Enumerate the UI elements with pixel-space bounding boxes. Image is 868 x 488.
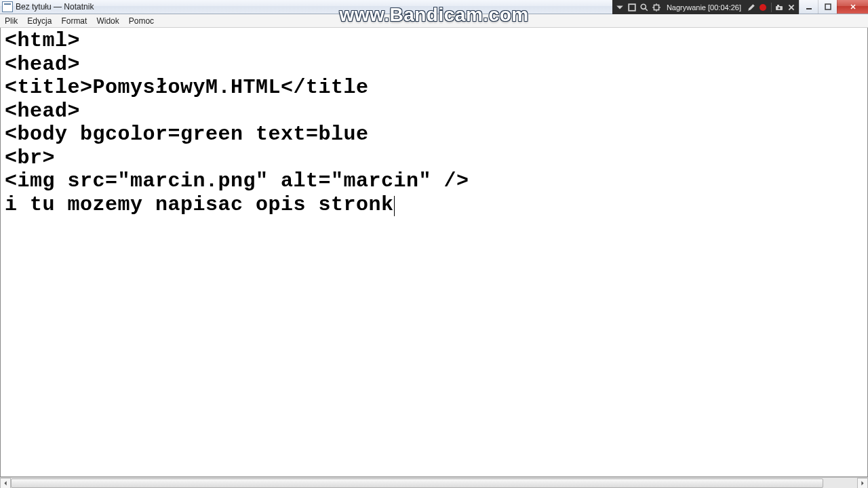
menu-pomoc[interactable]: Pomoc <box>124 14 159 27</box>
text-editor[interactable]: <html> <head> <title>PomysłowyM.HTML</ti… <box>1 28 867 476</box>
bandicam-search-icon[interactable] <box>638 0 650 14</box>
titlebar: Bez tytułu — Notatnik Nagrywanie [00:04:… <box>0 0 868 14</box>
scroll-left-button[interactable] <box>0 478 11 489</box>
bandicam-pencil-icon[interactable] <box>745 0 757 14</box>
scroll-track[interactable] <box>11 478 857 489</box>
bandicam-target-icon[interactable] <box>650 0 663 14</box>
editor-area: <html> <head> <title>PomysłowyM.HTML</ti… <box>0 28 868 477</box>
bandicam-toolbar: Nagrywanie [00:04:26] <box>612 0 799 14</box>
menu-format[interactable]: Format <box>56 14 92 27</box>
svg-point-9 <box>778 7 781 9</box>
svg-rect-14 <box>825 4 831 9</box>
notepad-icon <box>2 1 13 12</box>
bandicam-status-label: Nagrywanie [00:04:26] <box>663 3 745 12</box>
bandicam-record-icon[interactable] <box>757 0 770 14</box>
window-title: Bez tytułu — Notatnik <box>16 2 94 12</box>
bandicam-dropdown-icon[interactable] <box>614 0 626 14</box>
bandicam-camera-icon[interactable] <box>773 0 785 14</box>
horizontal-scrollbar[interactable] <box>0 477 868 488</box>
svg-rect-3 <box>654 5 658 9</box>
menu-widok[interactable]: Widok <box>92 14 123 27</box>
maximize-button[interactable] <box>818 0 837 14</box>
svg-rect-0 <box>629 4 635 11</box>
menu-plik[interactable]: Plik <box>0 14 22 27</box>
bandicam-separator <box>771 3 772 12</box>
scroll-right-button[interactable] <box>857 478 868 489</box>
bandicam-fullscreen-icon[interactable] <box>626 0 638 14</box>
minimize-button[interactable] <box>799 0 818 14</box>
svg-rect-13 <box>806 8 812 9</box>
close-button[interactable] <box>837 0 868 14</box>
menu-edycja[interactable]: Edycja <box>22 14 56 27</box>
bandicam-close-icon[interactable] <box>785 0 797 14</box>
menubar: Plik Edycja Format Widok Pomoc <box>0 14 868 28</box>
scroll-thumb[interactable] <box>11 479 823 488</box>
svg-line-2 <box>645 8 648 11</box>
window-controls <box>799 0 868 14</box>
svg-rect-10 <box>777 5 779 6</box>
